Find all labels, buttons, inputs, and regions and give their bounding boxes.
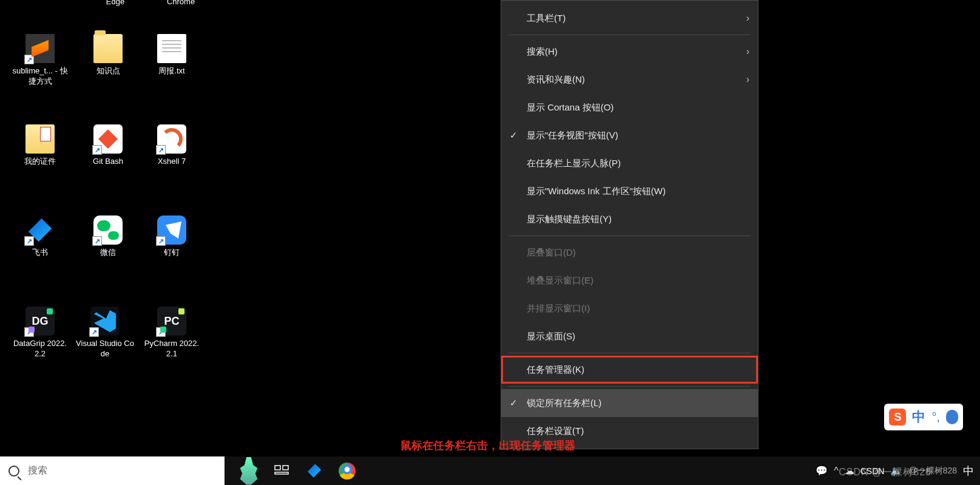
icon-label: Chrome (167, 0, 195, 7)
icon-label: Visual Studio Code (76, 338, 134, 359)
datagrip-icon: ↗ (25, 307, 55, 336)
check-icon: ✓ (510, 130, 518, 141)
icon-label: DataGrip 2022.2.2 (11, 338, 69, 359)
desktop-icon-gitbash[interactable]: ↗ Git Bash (79, 124, 137, 166)
desktop-icon-xshell[interactable]: ↗ Xshell 7 (143, 124, 201, 166)
desktop-icon-feishu[interactable]: ↗ 飞书 (11, 215, 69, 257)
ime-floating-bar[interactable]: S 中 °, (884, 404, 963, 430)
desktop-icon-chrome[interactable]: Chrome (152, 0, 210, 7)
ctx-item-12: 并排显示窗口(I) (501, 294, 758, 322)
ctx-item-label: 显示触摸键盘按钮(Y) (527, 214, 612, 225)
ime-mic-icon[interactable] (946, 410, 958, 424)
chevron-right-icon: › (746, 74, 749, 85)
ctx-item-2[interactable]: 搜索(H)› (501, 38, 758, 66)
task-view-button[interactable] (268, 458, 295, 484)
desktop-icon-weekly-txt[interactable]: 周报.txt (143, 34, 201, 76)
wechat-icon: ↗ (93, 215, 123, 245)
desktop-icon-edge[interactable]: Edge (86, 0, 144, 7)
feishu-icon: ↗ (25, 215, 55, 245)
desktop-icon-pycharm[interactable]: ↗ PyCharm 2022.2.1 (143, 307, 201, 359)
ctx-item-label: 工具栏(T) (527, 13, 566, 24)
ctx-item-15[interactable]: 任务管理器(K) (501, 356, 758, 384)
icon-label: 钉钉 (164, 247, 180, 257)
ctx-item-label: 搜索(H) (527, 46, 558, 58)
ctx-item-0[interactable]: 工具栏(T)› (501, 4, 758, 32)
text-file-icon (157, 34, 186, 63)
shortcut-arrow-icon: ↗ (156, 327, 166, 337)
ctx-item-4[interactable]: 显示 Cortana 按钮(O) (501, 93, 758, 121)
icon-label: 飞书 (32, 247, 48, 257)
tray-ime-zh[interactable]: 中 (963, 464, 974, 478)
desktop-icon-mycerts[interactable]: 我的证件 (11, 124, 69, 166)
desktop-icon-knowledge-folder[interactable]: 知识点 (79, 34, 137, 76)
shortcut-arrow-icon: ↗ (24, 236, 34, 246)
icon-label: 我的证件 (24, 156, 56, 166)
tray-overflow-icon[interactable]: ^ (834, 466, 839, 477)
ctx-item-10: 层叠窗口(D) (501, 239, 758, 266)
shortcut-arrow-icon: ↗ (24, 327, 34, 337)
watermark-text: CSDN @一棵树828 (839, 466, 931, 479)
ctx-item-3[interactable]: 资讯和兴趣(N)› (501, 66, 758, 93)
icon-label: sublime_t... - 快捷方式 (11, 66, 69, 86)
ctx-item-label: 资讯和兴趣(N) (527, 74, 585, 86)
check-icon: ✓ (510, 398, 518, 409)
shortcut-arrow-icon: ↗ (92, 236, 102, 246)
icon-label: 微信 (100, 247, 116, 257)
annotation-text: 鼠标在任务栏右击，出现任务管理器 (400, 438, 575, 453)
ctx-item-label: 任务栏设置(T) (527, 426, 584, 437)
gitbash-icon: ↗ (93, 124, 123, 154)
taskbar-search[interactable]: 搜索 (0, 456, 225, 485)
search-placeholder: 搜索 (28, 464, 47, 477)
taskbar-context-menu: 工具栏(T)›搜索(H)›资讯和兴趣(N)›显示 Cortana 按钮(O)✓显… (501, 0, 759, 449)
desktop-icon-vscode[interactable]: ↗ Visual Studio Code (76, 307, 134, 359)
icon-label: Edge (106, 0, 124, 7)
tray-wechat-icon[interactable]: 💬 (816, 465, 828, 477)
sublime-icon: ↗ (25, 34, 55, 63)
ctx-item-8[interactable]: 显示触摸键盘按钮(Y) (501, 205, 758, 233)
dingtalk-icon: ↗ (157, 215, 186, 245)
shortcut-arrow-icon: ↗ (156, 236, 166, 246)
ime-punct-icon[interactable]: °, (931, 410, 940, 424)
icon-label: Git Bash (93, 156, 123, 166)
icon-label: PyCharm 2022.2.1 (143, 338, 201, 359)
desktop-icon-dingtalk[interactable]: ↗ 钉钉 (143, 215, 201, 257)
ctx-item-7[interactable]: 显示"Windows Ink 工作区"按钮(W) (501, 177, 758, 205)
ctx-item-17[interactable]: ✓锁定所有任务栏(L) (501, 389, 758, 417)
ctx-item-label: 在任务栏上显示人脉(P) (527, 158, 621, 169)
svg-rect-1 (283, 466, 288, 470)
desktop-icon-datagrip[interactable]: ↗ DataGrip 2022.2.2 (11, 307, 69, 359)
ctx-item-5[interactable]: ✓显示"任务视图"按钮(V) (501, 121, 758, 149)
ctx-item-label: 显示桌面(S) (527, 331, 575, 342)
svg-rect-0 (275, 466, 280, 470)
ctx-item-6[interactable]: 在任务栏上显示人脉(P) (501, 149, 758, 177)
shortcut-arrow-icon: ↗ (156, 145, 166, 155)
ctx-item-label: 显示 Cortana 按钮(O) (527, 102, 613, 114)
search-icon (8, 466, 19, 477)
taskbar-feishu-button[interactable] (301, 458, 328, 484)
ctx-item-11: 堆叠显示窗口(E) (501, 266, 758, 294)
icon-label: 周报.txt (158, 66, 184, 76)
taskbar-chrome-button[interactable] (334, 458, 360, 484)
taskbar-liberty-icon[interactable] (235, 458, 262, 484)
sogou-icon: S (889, 409, 906, 426)
ctx-item-label: 锁定所有任务栏(L) (527, 398, 601, 409)
ctx-item-label: 任务管理器(K) (527, 364, 584, 376)
desktop-icon-sublime[interactable]: ↗ sublime_t... - 快捷方式 (11, 34, 69, 86)
ctx-item-label: 层叠窗口(D) (527, 247, 576, 259)
ime-mode-zh[interactable]: 中 (912, 408, 925, 426)
desktop: Edge Chrome ↗ sublime_t... - 快捷方式 知识点 周报… (0, 0, 980, 485)
ctx-item-label: 堆叠显示窗口(E) (527, 275, 593, 287)
shortcut-arrow-icon: ↗ (92, 145, 102, 155)
folder-cert-icon (25, 124, 55, 154)
ctx-item-label: 显示"任务视图"按钮(V) (527, 130, 618, 141)
xshell-icon: ↗ (157, 124, 186, 154)
chevron-right-icon: › (746, 13, 749, 24)
icon-label: Xshell 7 (158, 156, 186, 166)
desktop-icon-wechat[interactable]: ↗ 微信 (79, 215, 137, 257)
folder-icon (93, 34, 123, 63)
ctx-item-label: 显示"Windows Ink 工作区"按钮(W) (527, 186, 666, 197)
ctx-item-13[interactable]: 显示桌面(S) (501, 322, 758, 350)
svg-rect-2 (275, 472, 288, 474)
chevron-right-icon: › (746, 46, 749, 57)
vscode-icon: ↗ (90, 307, 120, 336)
